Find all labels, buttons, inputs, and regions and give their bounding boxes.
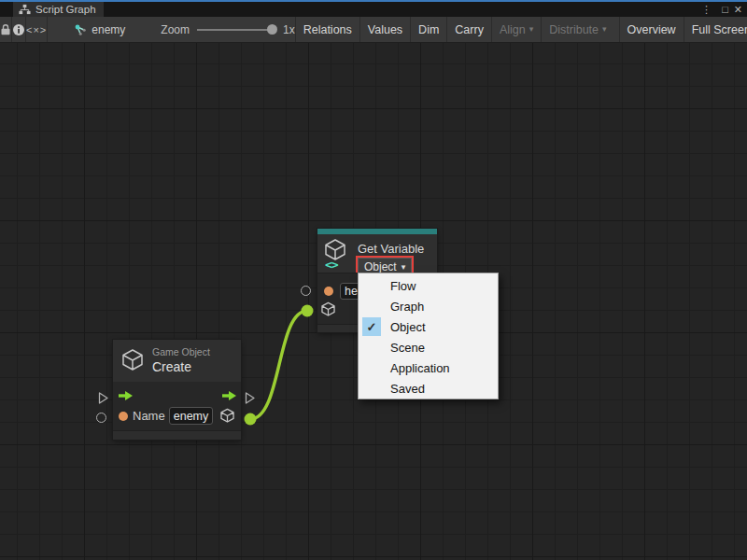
menu-item-flow[interactable]: Flow: [359, 275, 498, 296]
graph-toolbar: <×> enemy Zoom 1x Relations: [0, 17, 747, 43]
name-value-input[interactable]: [169, 407, 213, 425]
menu-item-label: Saved: [390, 382, 425, 396]
scope-context-menu: Flow Graph ✓ Object Scene Application Sa…: [358, 273, 499, 399]
menu-item-label: Application: [390, 361, 450, 375]
graph-breadcrumb[interactable]: enemy: [64, 17, 134, 42]
create-node-titles: Game Object Create: [152, 346, 210, 374]
align-label: Align: [500, 23, 526, 36]
variable-cube-icon: <>: [323, 238, 351, 270]
menu-item-label: Scene: [390, 341, 425, 355]
overview-button[interactable]: Overview: [619, 17, 684, 42]
code-preview-toggle[interactable]: <×>: [26, 17, 48, 42]
code-toggle-icon: <×>: [26, 24, 47, 35]
dim-button[interactable]: Dim: [410, 17, 446, 42]
object-input-port-icon[interactable]: [320, 301, 336, 321]
variable-name-port-icon[interactable]: [324, 287, 333, 296]
chevron-down-icon: ▾: [602, 25, 607, 34]
chevron-down-icon: ▾: [402, 263, 406, 272]
info-icon: [12, 23, 25, 36]
menu-item-saved[interactable]: Saved: [359, 378, 498, 399]
graph-asset-icon: [74, 23, 87, 36]
align-button[interactable]: Align ▾: [491, 17, 541, 42]
lock-icon: [0, 23, 11, 35]
relations-button[interactable]: Relations: [295, 17, 359, 42]
graph-hierarchy-icon: [19, 4, 31, 15]
scope-value-label: Object: [364, 260, 397, 273]
menu-item-object[interactable]: ✓ Object: [359, 316, 498, 337]
menu-item-label: Object: [390, 320, 426, 334]
flow-input-connection-point[interactable]: [97, 391, 109, 409]
check-icon: ✓: [362, 317, 381, 336]
create-node-category: Game Object: [152, 346, 210, 357]
tab-title: Script Graph: [35, 4, 96, 15]
menu-item-graph[interactable]: Graph: [359, 296, 498, 316]
zoom-label: Zoom: [161, 23, 190, 36]
dim-label: Dim: [418, 23, 439, 36]
window-maximize-icon[interactable]: □: [722, 2, 728, 17]
tab-bar: Script Graph ⋮ □ ✕: [0, 2, 747, 17]
flow-output-arrow-icon[interactable]: [221, 388, 237, 405]
menu-item-label: Graph: [390, 300, 424, 314]
code-chevrons-icon: <>: [325, 258, 338, 272]
values-label: Values: [368, 23, 402, 36]
script-graph-window: Script Graph ⋮ □ ✕ <×>: [0, 0, 747, 560]
get-variable-header[interactable]: <> Get Variable Object ▾: [317, 234, 437, 273]
name-input-connection-point[interactable]: [96, 413, 106, 423]
gameobject-output-port-icon[interactable]: [219, 408, 235, 427]
tab-script-graph[interactable]: Script Graph: [13, 2, 104, 17]
name-port-label: Name: [133, 409, 165, 423]
menu-item-application[interactable]: Application: [359, 357, 498, 378]
create-flow-row: [113, 383, 241, 405]
zoom-control: Zoom 1x: [161, 17, 294, 42]
create-node-title: Create: [152, 359, 210, 374]
flow-output-connection-point[interactable]: [244, 391, 256, 409]
string-port-icon[interactable]: [119, 412, 128, 421]
values-button[interactable]: Values: [359, 17, 410, 42]
menu-item-scene[interactable]: Scene: [359, 337, 498, 357]
create-node-footer: [113, 430, 241, 440]
distribute-label: Distribute: [549, 23, 599, 36]
game-object-cube-icon: [120, 348, 145, 376]
menu-item-label: Flow: [390, 279, 416, 293]
toolbar-right-group: Relations Values Dim Carry Align ▾ Distr…: [295, 17, 747, 42]
carry-button[interactable]: Carry: [446, 17, 491, 42]
window-more-icon[interactable]: ⋮: [701, 2, 712, 17]
distribute-button[interactable]: Distribute ▾: [541, 17, 613, 42]
relations-label: Relations: [303, 23, 352, 36]
check-glyph: ✓: [367, 320, 377, 334]
carry-label: Carry: [455, 23, 484, 36]
overview-label: Overview: [627, 23, 676, 36]
zoom-slider[interactable]: [197, 29, 275, 31]
get-variable-title: Get Variable: [358, 242, 424, 256]
create-name-row: Name: [113, 405, 241, 429]
flow-input-arrow-icon[interactable]: [118, 388, 134, 405]
info-button[interactable]: [12, 17, 26, 42]
window-close-icon[interactable]: ✕: [734, 2, 742, 17]
fullscreen-button[interactable]: Full Screen: [684, 17, 747, 42]
variable-name-connection-point[interactable]: [301, 286, 311, 296]
create-node[interactable]: Game Object Create: [113, 340, 241, 440]
create-node-header[interactable]: Game Object Create: [113, 340, 241, 382]
chevron-down-icon: ▾: [529, 25, 534, 34]
zoom-value: 1x: [283, 23, 295, 36]
graph-name-label: enemy: [92, 23, 125, 36]
zoom-slider-thumb[interactable]: [267, 24, 277, 35]
fullscreen-label: Full Screen: [692, 23, 747, 36]
graph-canvas[interactable]: Game Object Create: [0, 43, 747, 560]
lock-button[interactable]: [0, 17, 12, 42]
